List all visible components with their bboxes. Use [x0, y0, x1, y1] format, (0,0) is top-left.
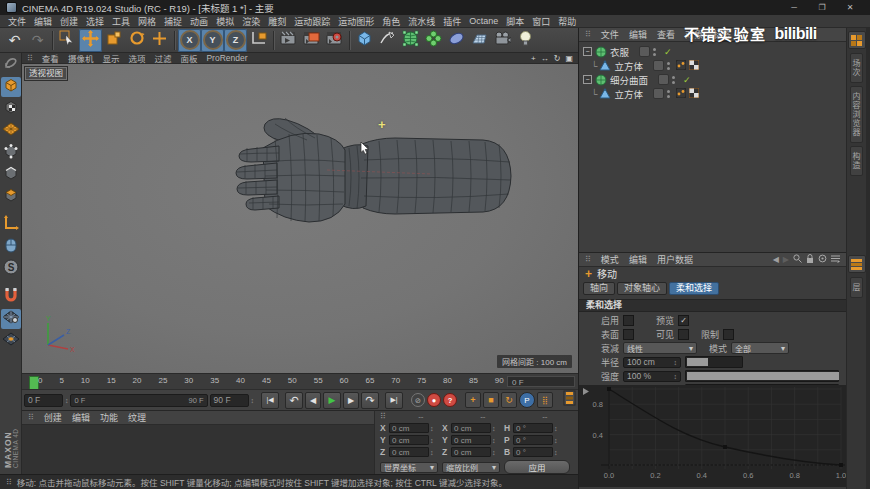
stepper-icon[interactable]: ↕: [492, 449, 496, 456]
visible-checkbox[interactable]: [678, 329, 689, 340]
tab-axis[interactable]: 轴向: [583, 282, 615, 295]
texture-mode-button[interactable]: [1, 99, 21, 119]
panel-grip-icon[interactable]: ⠿: [6, 478, 12, 487]
scale-mode-dropdown[interactable]: 缩放比例▾: [442, 462, 500, 473]
coordinate-space-dropdown[interactable]: 世界坐标▾: [380, 462, 438, 473]
position-x-field[interactable]: 0 cm: [389, 423, 429, 433]
render-settings-button[interactable]: [323, 29, 346, 52]
last-tool-button[interactable]: [148, 29, 171, 52]
preview-checkbox[interactable]: ✓: [678, 315, 689, 326]
polygons-mode-button[interactable]: [1, 187, 21, 207]
viewport-menu-filter[interactable]: 过滤: [154, 52, 171, 64]
enable-axis-button[interactable]: [1, 215, 21, 235]
strength-slider[interactable]: [685, 370, 839, 382]
soft-selection-section-header[interactable]: 柔和选择: [579, 299, 846, 312]
curve-point-start[interactable]: [607, 387, 611, 391]
next-key-button[interactable]: ↷: [361, 392, 379, 409]
surface-checkbox[interactable]: [623, 329, 634, 340]
radius-slider[interactable]: [685, 356, 743, 368]
stepper-icon[interactable]: ↕: [492, 437, 496, 444]
position-header[interactable]: --: [390, 412, 452, 421]
stepper-icon[interactable]: ↕: [430, 437, 434, 444]
visibility-dots-icon[interactable]: [667, 62, 670, 70]
stepper-icon[interactable]: ↕: [430, 425, 434, 432]
panel-grip-icon[interactable]: ⠿: [585, 255, 591, 264]
materials-menu-texture[interactable]: 纹理: [128, 411, 146, 424]
tab-attribute-manager[interactable]: [848, 255, 866, 273]
y-axis-lock-button[interactable]: Y: [201, 29, 224, 52]
panel-grip-icon[interactable]: ⠿: [380, 412, 386, 421]
menu-mograph[interactable]: 运动图形: [334, 15, 378, 28]
menu-create[interactable]: 创建: [56, 15, 82, 28]
expander-icon[interactable]: −: [583, 75, 592, 84]
object-name[interactable]: 细分曲面: [610, 73, 648, 87]
enable-check-icon[interactable]: ✓: [683, 75, 691, 85]
enable-checkbox[interactable]: [623, 315, 634, 326]
materials-menu-create[interactable]: 创建: [44, 411, 62, 424]
size-y-field[interactable]: 0 cm: [451, 435, 491, 445]
keyframe-rotation-button[interactable]: ↻: [501, 392, 517, 408]
menu-window[interactable]: 窗口: [528, 15, 554, 28]
object-name[interactable]: 衣服: [610, 45, 629, 59]
stepper-icon[interactable]: ↕: [554, 425, 558, 432]
om-menu-tags[interactable]: 标签: [713, 28, 731, 41]
uvw-tag-icon[interactable]: [689, 60, 699, 72]
close-button[interactable]: ✕: [836, 3, 864, 12]
stepper-icon[interactable]: ↕: [430, 449, 434, 456]
model-mode-button[interactable]: [1, 77, 21, 97]
rotation-header[interactable]: --: [514, 412, 576, 421]
add-spline-button[interactable]: [376, 29, 399, 52]
curve-point-mid[interactable]: [723, 445, 727, 449]
point-selection-tag-icon[interactable]: [676, 88, 686, 100]
apply-button[interactable]: 应用: [504, 460, 570, 474]
object-name[interactable]: 立方体: [614, 59, 643, 73]
menu-sculpt[interactable]: 雕刻: [264, 15, 290, 28]
position-y-field[interactable]: 0 cm: [389, 435, 429, 445]
restrict-checkbox[interactable]: [723, 329, 734, 340]
menu-motion-tracker[interactable]: 运动跟踪: [290, 15, 334, 28]
object-row-subdivision[interactable]: − 细分曲面 ✓: [583, 73, 691, 86]
move-tool-button[interactable]: [79, 29, 102, 52]
timeline-ruler[interactable]: 051015202530354045505560657075808590 0 F: [22, 373, 578, 389]
visibility-dots-icon[interactable]: [672, 76, 675, 84]
points-mode-button[interactable]: [1, 143, 21, 163]
size-z-field[interactable]: 0 cm: [451, 447, 491, 457]
menu-file[interactable]: 文件: [4, 15, 30, 28]
autokey-button[interactable]: ●: [427, 393, 441, 407]
size-header[interactable]: --: [452, 412, 514, 421]
menu-character[interactable]: 角色: [378, 15, 404, 28]
stepper-icon[interactable]: ↕: [554, 449, 558, 456]
lock-icon[interactable]: [806, 254, 814, 265]
coordinate-system-button[interactable]: [247, 29, 270, 52]
om-menu-file[interactable]: 文件: [601, 28, 619, 41]
attr-menu-userdata[interactable]: 用户数据: [657, 253, 693, 266]
tab-soft-selection[interactable]: 柔和选择: [669, 282, 719, 295]
menu-plugins[interactable]: 插件: [439, 15, 465, 28]
mode-dropdown[interactable]: 全部▾: [731, 342, 789, 354]
viewport-menu-options[interactable]: 选项: [128, 52, 145, 64]
viewport-menu-panel[interactable]: 面板: [180, 52, 197, 64]
add-light-button[interactable]: [514, 29, 537, 52]
tab-layers[interactable]: 层: [850, 277, 863, 298]
panel-grip-icon[interactable]: ⠿: [585, 30, 591, 39]
viewport-menu-camera[interactable]: 摄像机: [68, 52, 94, 64]
menu-select[interactable]: 选择: [82, 15, 108, 28]
workplane-snap-button[interactable]: [1, 309, 21, 329]
history-forward-icon[interactable]: ▶: [783, 255, 789, 264]
add-deformer-button[interactable]: [445, 29, 468, 52]
stepper-icon[interactable]: ↕: [251, 397, 255, 404]
add-environment-button[interactable]: [468, 29, 491, 52]
materials-list-area[interactable]: [22, 425, 374, 475]
add-camera-button[interactable]: [491, 29, 514, 52]
make-editable-button[interactable]: [1, 55, 21, 75]
search-icon[interactable]: [793, 254, 802, 265]
play-button[interactable]: ▶: [323, 392, 341, 409]
tab-object-manager[interactable]: [848, 31, 866, 49]
object-row-cube[interactable]: └ 立方体: [591, 59, 699, 72]
object-name[interactable]: 立方体: [614, 87, 643, 101]
position-z-field[interactable]: 0 cm: [389, 447, 429, 457]
menu-help[interactable]: 帮助: [554, 15, 580, 28]
viewport-menu-display[interactable]: 显示: [102, 52, 119, 64]
attr-menu-mode[interactable]: 模式: [601, 253, 619, 266]
falloff-curve-editor[interactable]: 0.8 0.4 0.0 0.2 0.4 0.6 0.8 1.0: [579, 385, 847, 487]
